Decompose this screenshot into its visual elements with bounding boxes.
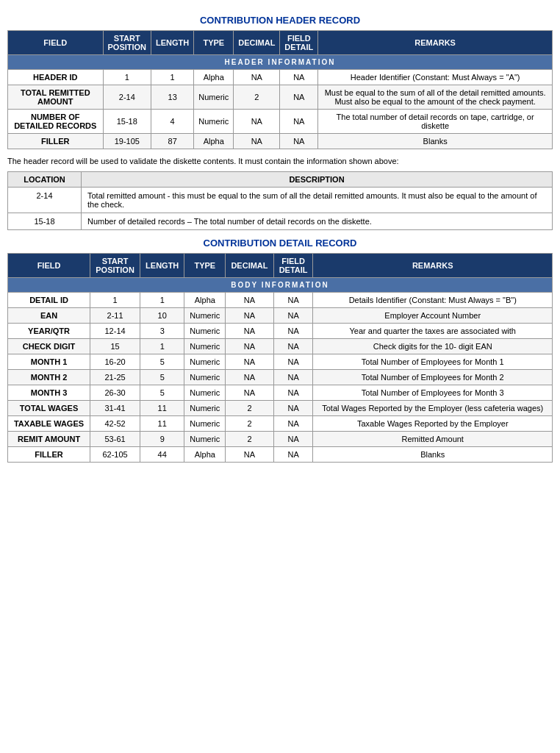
decimal-cell: NA <box>234 70 280 85</box>
decimal-cell: 2 <box>226 416 273 432</box>
length-cell: 3 <box>140 324 184 339</box>
decimal-cell: NA <box>234 110 280 134</box>
header-table: FIELD STARTPOSITION LENGTH TYPE DECIMAL … <box>7 30 553 149</box>
field-cell: YEAR/QTR <box>8 324 90 339</box>
remarks-cell: Details Identifier (Constant: Must Alway… <box>313 293 553 308</box>
length-cell: 10 <box>140 308 184 324</box>
col-field-detail: FIELDDETAIL <box>280 31 318 55</box>
field-cell: EAN <box>8 308 90 324</box>
decimal-cell: NA <box>226 385 273 401</box>
loc-col-location: LOCATION <box>8 172 82 188</box>
field-detail-cell: NA <box>273 370 313 385</box>
location-cell: 2-14 <box>8 188 82 213</box>
decimal-cell: 2 <box>226 432 273 447</box>
remarks-cell: Must be equal to the sum of all of the d… <box>318 85 553 110</box>
decimal-cell: NA <box>226 354 273 370</box>
remarks-cell: Taxable Wages Reported by the Employer <box>313 416 553 432</box>
remarks-cell: Employer Account Number <box>313 308 553 324</box>
start-cell: 26-30 <box>90 385 140 401</box>
length-cell: 9 <box>140 432 184 447</box>
field-cell: TOTAL WAGES <box>8 401 90 416</box>
field-cell: CHECK DIGIT <box>8 339 90 354</box>
field-cell: TAXABLE WAGES <box>8 416 90 432</box>
col-start-position: STARTPOSITION <box>103 31 151 55</box>
list-item: 2-14 Total remitted amount - this must b… <box>8 188 553 213</box>
table-row: TAXABLE WAGES 42-52 11 Numeric 2 NA Taxa… <box>8 416 553 432</box>
field-detail-cell: NA <box>273 416 313 432</box>
type-cell: Alpha <box>194 134 234 149</box>
start-cell: 15 <box>90 339 140 354</box>
para-text: The header record will be used to valida… <box>7 157 553 165</box>
decimal-cell: NA <box>226 447 273 463</box>
type-cell: Numeric <box>194 110 234 134</box>
detail-table: FIELD STARTPOSITION LENGTH TYPE DECIMAL … <box>7 253 553 463</box>
field-detail-cell: NA <box>273 339 313 354</box>
col-decimal: DECIMAL <box>234 31 280 55</box>
remarks-cell: The total number of detail records on ta… <box>318 110 553 134</box>
decimal-cell: NA <box>226 370 273 385</box>
header-subheader: HEADER INFORMATION <box>8 55 553 70</box>
type-cell: Alpha <box>184 293 226 308</box>
type-cell: Numeric <box>184 308 226 324</box>
length-cell: 11 <box>140 401 184 416</box>
start-cell: 53-61 <box>90 432 140 447</box>
table-row: MONTH 1 16-20 5 Numeric NA NA Total Numb… <box>8 354 553 370</box>
decimal-cell: NA <box>226 308 273 324</box>
decimal-cell: NA <box>226 293 273 308</box>
field-detail-cell: NA <box>280 110 318 134</box>
type-cell: Alpha <box>184 447 226 463</box>
col-type: TYPE <box>194 31 234 55</box>
table-row: REMIT AMOUNT 53-61 9 Numeric 2 NA Remitt… <box>8 432 553 447</box>
remarks-cell: Blanks <box>313 447 553 463</box>
field-cell: REMIT AMOUNT <box>8 432 90 447</box>
detail-col-field-detail: FIELDDETAIL <box>273 254 313 278</box>
table-row: EAN 2-11 10 Numeric NA NA Employer Accou… <box>8 308 553 324</box>
type-cell: Numeric <box>184 385 226 401</box>
remarks-cell: Total Number of Employees for Month 2 <box>313 370 553 385</box>
location-table-header: LOCATION DESCRIPTION <box>8 172 553 188</box>
remarks-cell: Remitted Amount <box>313 432 553 447</box>
field-detail-cell: NA <box>273 354 313 370</box>
detail-col-start-position: STARTPOSITION <box>90 254 140 278</box>
decimal-cell: 2 <box>226 401 273 416</box>
type-cell: Numeric <box>184 370 226 385</box>
field-cell: MONTH 2 <box>8 370 90 385</box>
loc-col-description: DESCRIPTION <box>82 172 553 188</box>
length-cell: 5 <box>140 385 184 401</box>
detail-col-length: LENGTH <box>140 254 184 278</box>
field-detail-cell: NA <box>273 385 313 401</box>
list-item: 15-18 Number of detailed records – The t… <box>8 213 553 230</box>
header-section-title: CONTRIBUTION HEADER RECORD <box>7 15 553 26</box>
type-cell: Numeric <box>184 416 226 432</box>
type-cell: Numeric <box>184 339 226 354</box>
field-detail-cell: NA <box>280 70 318 85</box>
start-cell: 62-105 <box>90 447 140 463</box>
start-cell: 1 <box>90 293 140 308</box>
table-row: YEAR/QTR 12-14 3 Numeric NA NA Year and … <box>8 324 553 339</box>
start-cell: 15-18 <box>103 110 151 134</box>
table-row: DETAIL ID 1 1 Alpha NA NA Details Identi… <box>8 293 553 308</box>
table-row: MONTH 2 21-25 5 Numeric NA NA Total Numb… <box>8 370 553 385</box>
field-detail-cell: NA <box>273 401 313 416</box>
field-detail-cell: NA <box>273 324 313 339</box>
table-row: NUMBER OF DETAILED RECORDS 15-18 4 Numer… <box>8 110 553 134</box>
start-cell: 2-14 <box>103 85 151 110</box>
start-cell: 42-52 <box>90 416 140 432</box>
table-row: FILLER 19-105 87 Alpha NA NA Blanks <box>8 134 553 149</box>
detail-col-type: TYPE <box>184 254 226 278</box>
remarks-cell: Total Wages Reported by the Employer (le… <box>313 401 553 416</box>
field-cell: NUMBER OF DETAILED RECORDS <box>8 110 104 134</box>
length-cell: 87 <box>151 134 194 149</box>
table-row: CHECK DIGIT 15 1 Numeric NA NA Check dig… <box>8 339 553 354</box>
start-cell: 1 <box>103 70 151 85</box>
field-detail-cell: NA <box>280 85 318 110</box>
location-cell: 15-18 <box>8 213 82 230</box>
col-length: LENGTH <box>151 31 194 55</box>
detail-subheader: BODY INFORMATION <box>8 278 553 293</box>
field-cell: HEADER ID <box>8 70 104 85</box>
detail-table-header: FIELD STARTPOSITION LENGTH TYPE DECIMAL … <box>8 254 553 278</box>
detail-col-field: FIELD <box>8 254 90 278</box>
table-row: HEADER ID 1 1 Alpha NA NA Header Identif… <box>8 70 553 85</box>
start-cell: 16-20 <box>90 354 140 370</box>
field-cell: FILLER <box>8 447 90 463</box>
